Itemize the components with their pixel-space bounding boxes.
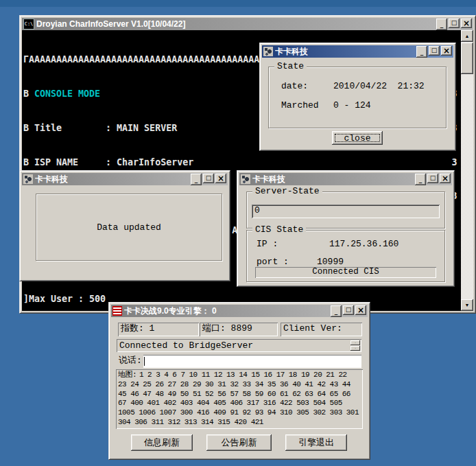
chat-row: 说话: [117, 355, 361, 368]
refresh-notice-button[interactable]: 公告刷新 [206, 434, 272, 451]
text-caret [144, 357, 145, 366]
ip-label: IP : [257, 239, 278, 249]
scroll-up-icon[interactable]: ▲ [461, 30, 473, 42]
engine-window: 卡卡决战9.0专业引擎： 0 _ □ × 指数: 1 端口: 8899 Clie… [108, 302, 370, 460]
port-field: 端口: 8899 [200, 323, 278, 336]
port-value: 10999 [317, 257, 344, 267]
close-button[interactable]: × [215, 174, 226, 183]
client-ver-field: Client Ver: [281, 323, 362, 336]
console-border: B [23, 89, 34, 99]
map-line: 地图:1 2 3 4 6 7 10 11 12 13 14 15 16 17 1… [118, 371, 361, 380]
cis-dialog-controls: _ □ × [415, 174, 451, 185]
state-dialog-title: 卡卡科技 [275, 46, 413, 58]
update-dialog-title: 卡卡科技 [35, 174, 187, 185]
map-line: 67 400 401 402 403 404 405 406 317 316 4… [118, 399, 361, 408]
spinner-down-icon[interactable]: · [350, 346, 360, 351]
update-message: Data updated [97, 222, 161, 233]
close-button[interactable]: × [461, 19, 472, 28]
marched-row: Marched 0 - 124 [281, 100, 371, 110]
top-strip [0, 0, 476, 7]
map-list: 地图:1 2 3 4 6 7 10 11 12 13 14 15 16 17 1… [118, 371, 361, 428]
console-icon: C:\ [23, 19, 34, 30]
state-dialog-titlebar[interactable]: 卡卡科技 _ □ × [262, 45, 453, 58]
map-label: 地图: [118, 371, 136, 379]
marched-label: Marched [281, 100, 333, 110]
close-button[interactable]: × [355, 305, 366, 315]
scrollbar-thumb[interactable] [461, 43, 473, 74]
ip-value: 117.25.36.160 [329, 239, 398, 249]
state-group-label: State [274, 61, 307, 71]
spinner-up-icon[interactable]: · [350, 340, 360, 345]
maximize-button[interactable]: □ [429, 46, 440, 56]
map-line: 304 306 311 312 313 314 315 420 421 [118, 418, 361, 428]
map-list-box[interactable]: 地图:1 2 3 4 6 7 10 11 12 13 14 15 16 17 1… [116, 369, 363, 429]
server-state-group: Server-State 0 [246, 191, 445, 229]
minimize-button[interactable]: _ [191, 174, 202, 185]
scroll-down-icon[interactable]: ▼ [461, 299, 473, 311]
server-state-input[interactable]: 0 [252, 205, 440, 218]
map-numbers: 1 2 3 4 6 7 10 11 12 13 14 15 16 17 18 1… [139, 371, 347, 379]
date-label: date: [281, 81, 333, 91]
maximize-button[interactable]: □ [203, 174, 214, 183]
message-panel: Data updated [36, 194, 222, 261]
index-field: 指数: 1 [118, 323, 199, 336]
connection-status-combo[interactable]: Connected to BridgeServer · · [117, 339, 361, 352]
chat-input[interactable] [143, 356, 361, 367]
maximize-button[interactable]: □ [449, 19, 460, 28]
close-button[interactable]: × [441, 46, 452, 56]
app-icon [263, 47, 273, 56]
close-dialog-button[interactable]: close [332, 131, 383, 145]
console-scrollbar[interactable]: ▲ ▼ [461, 30, 473, 311]
close-button[interactable]: × [440, 174, 451, 183]
focus-rectangle [335, 134, 380, 142]
state-dialog-controls: _ □ × [416, 46, 452, 58]
minimize-button[interactable]: _ [416, 46, 427, 58]
state-group: State date: 2010/04/22 21:32 Marched 0 -… [268, 67, 447, 128]
minimize-button[interactable]: _ [436, 19, 447, 30]
state-dialog: 卡卡科技 _ □ × State date: 2010/04/22 21:32 … [259, 43, 456, 151]
maximize-button[interactable]: □ [427, 174, 438, 183]
connection-status-text: Connected to BridgeServer [119, 340, 253, 351]
maximize-button[interactable]: □ [343, 305, 354, 315]
update-dialog-controls: _ □ × [191, 174, 226, 185]
engine-logo-icon [112, 306, 122, 316]
console-window-controls: _ □ × [436, 19, 472, 30]
map-line: 23 24 25 26 27 28 29 30 31 32 33 34 35 3… [118, 380, 361, 390]
engine-window-controls: _ □ × [331, 305, 366, 317]
refresh-info-button[interactable]: 信息刷新 [131, 434, 193, 451]
cis-dialog-title: 卡卡科技 [252, 174, 412, 185]
update-dialog: 卡卡科技 _ □ × Data updated [19, 170, 230, 281]
marched-value: 0 - 124 [333, 100, 371, 110]
minimize-button[interactable]: _ [415, 174, 426, 185]
date-row: date: 2010/04/22 21:32 [281, 81, 425, 91]
console-window-title: Droyian CharInfoServer V1.0[10/04/22] [36, 19, 433, 29]
engine-titlebar[interactable]: 卡卡决战9.0专业引擎： 0 _ □ × [111, 305, 368, 317]
console-line: B ISP NAME : CharInfoServer 3 [23, 157, 460, 169]
map-line: 1005 1006 1007 300 416 409 91 92 93 94 3… [118, 408, 361, 418]
console-mode-text: CONSOLE MODE [34, 89, 100, 99]
cis-dialog: 卡卡科技 _ □ × Server-State 0 CIS State IP :… [237, 170, 455, 287]
cis-state-group-label: CIS State [252, 224, 306, 235]
server-state-group-label: Server-State [252, 186, 322, 196]
cis-state-group: CIS State IP : 117.25.36.160 port : 1099… [246, 230, 445, 282]
combo-spinner: · · [350, 340, 360, 351]
console-titlebar[interactable]: C:\ Droyian CharInfoServer V1.0[10/04/22… [22, 18, 473, 30]
update-dialog-titlebar[interactable]: 卡卡科技 _ □ × [22, 173, 228, 185]
exit-engine-button[interactable]: 引擎退出 [285, 434, 347, 451]
minimize-button[interactable]: _ [331, 305, 342, 317]
chat-label: 说话: [117, 355, 143, 368]
map-line: 45 46 47 48 49 50 51 52 56 57 58 59 60 6… [118, 390, 361, 399]
cis-dialog-titlebar[interactable]: 卡卡科技 _ □ × [239, 173, 452, 185]
cis-status-bar: Connected CIS [255, 267, 436, 278]
port-label: port : [257, 257, 289, 267]
date-value: 2010/04/22 21:32 [333, 81, 425, 91]
app-icon [23, 174, 33, 184]
app-icon [241, 174, 250, 184]
engine-window-title: 卡卡决战9.0专业引擎： 0 [124, 305, 327, 317]
